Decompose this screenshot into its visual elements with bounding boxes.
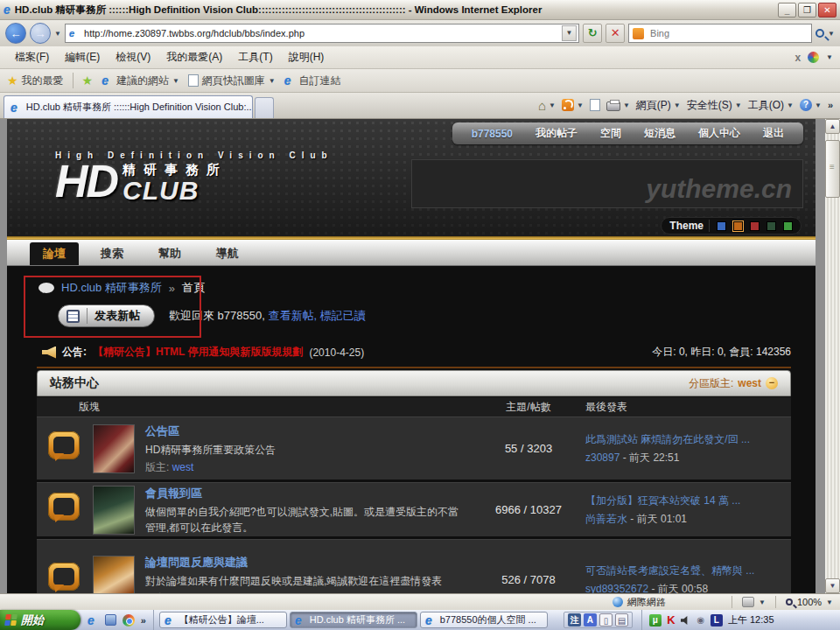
menu-edit[interactable]: 編輯(E) bbox=[57, 47, 108, 67]
usernav-logout-link[interactable]: 退出 bbox=[763, 126, 784, 141]
scroll-up-button[interactable]: ▲ bbox=[825, 119, 840, 134]
custom-links-button[interactable]: e 自訂連結 bbox=[284, 74, 341, 88]
forum-avatar[interactable] bbox=[93, 556, 135, 594]
menu-tools[interactable]: 工具(T) bbox=[230, 47, 280, 67]
last-post-user-link[interactable]: z30897 bbox=[585, 452, 620, 464]
restore-button[interactable]: ❐ bbox=[798, 3, 816, 18]
suggested-sites-button[interactable]: e 建議的網站 ▼ bbox=[102, 74, 179, 88]
scroll-thumb[interactable] bbox=[825, 140, 840, 198]
menu-file[interactable]: 檔案(F) bbox=[7, 47, 57, 67]
tab-help[interactable]: 幫助 bbox=[145, 242, 194, 265]
history-dropdown-icon[interactable]: ▼ bbox=[54, 30, 61, 38]
status-dropdown-icon[interactable]: ▼ bbox=[759, 598, 766, 606]
new-tab-button[interactable] bbox=[255, 97, 274, 118]
task-window-hdclub-active[interactable]: eHD.club 精研事務所 ... bbox=[290, 612, 417, 628]
collapse-section-icon[interactable]: − bbox=[766, 377, 778, 389]
search-input[interactable] bbox=[648, 27, 808, 39]
scroll-down-button[interactable]: ▼ bbox=[825, 578, 840, 593]
menu-view[interactable]: 檢視(V) bbox=[108, 47, 158, 67]
zoom-dropdown-icon[interactable]: ▼ bbox=[826, 598, 833, 606]
site-logo[interactable]: High Definition Vision Club HD 精研事務所 CLU… bbox=[55, 150, 333, 202]
theme-swatch-blue[interactable] bbox=[717, 221, 726, 231]
announcement-link[interactable]: 【精研公告】HTML 停用通知與新版版規規劃 bbox=[93, 345, 303, 360]
tools-menu-button[interactable]: 工具(O)▼ bbox=[748, 98, 794, 113]
usernav-username-link[interactable]: b778550 bbox=[472, 128, 513, 140]
taskbar-clock[interactable]: 上午 12:35 bbox=[728, 613, 774, 626]
quicklaunch-ie-icon[interactable]: e bbox=[88, 614, 94, 626]
view-new-posts-link[interactable]: 查看新帖, bbox=[268, 309, 317, 322]
zoom-level[interactable]: 100% bbox=[797, 597, 822, 607]
toolbar-close-icon[interactable]: x bbox=[794, 52, 801, 64]
last-post-link[interactable]: 可否請站長考慮設定名聲、精幣與 ... bbox=[585, 562, 791, 579]
last-post-link[interactable]: 【加分版】狂賀本站突破 14 萬 ... bbox=[585, 492, 791, 509]
quicklaunch-overflow-icon[interactable]: » bbox=[141, 615, 146, 626]
addon-orb-icon[interactable] bbox=[808, 52, 819, 63]
quicklaunch-app-icon[interactable] bbox=[105, 614, 116, 626]
ime-panel-icon[interactable]: ▯ bbox=[599, 613, 612, 626]
mark-read-link[interactable]: 標記已讀 bbox=[320, 309, 366, 322]
address-field[interactable]: e ▼ bbox=[65, 24, 579, 43]
page-menu-button[interactable]: 網頁(P)▼ bbox=[636, 98, 681, 113]
search-options-dropdown-icon[interactable]: ▼ bbox=[828, 30, 835, 38]
usernav-user-center-link[interactable]: 個人中心 bbox=[698, 126, 740, 141]
menu-favorites[interactable]: 我的最愛(A) bbox=[158, 47, 230, 67]
addon-dropdown-icon[interactable]: ▼ bbox=[826, 53, 833, 61]
mail-icon[interactable] bbox=[590, 99, 600, 111]
browser-tab[interactable]: e HD.club 精研事務所 ::::::High Definition Vi… bbox=[4, 95, 253, 118]
home-button[interactable]: ⌂▼ bbox=[538, 98, 556, 113]
protected-mode-icon[interactable] bbox=[742, 597, 754, 607]
vertical-scrollbar[interactable]: ▲ ▼ bbox=[825, 119, 840, 593]
moderator-link[interactable]: west bbox=[172, 461, 194, 473]
commandbar-overflow-icon[interactable]: » bbox=[828, 100, 833, 110]
print-button[interactable]: ▼ bbox=[606, 99, 630, 111]
last-post-user-link[interactable]: syd89352672 bbox=[585, 583, 648, 594]
usernav-messages-link[interactable]: 短消息 bbox=[644, 126, 676, 141]
quicklaunch-chrome-icon[interactable] bbox=[122, 614, 135, 626]
last-post-link[interactable]: 此爲測試站 麻煩請勿在此發文/回 ... bbox=[585, 430, 791, 448]
address-dropdown-button[interactable]: ▼ bbox=[562, 25, 577, 41]
tray-misc-icon[interactable]: ◉ bbox=[695, 614, 707, 626]
tray-app-icon[interactable]: L bbox=[710, 614, 723, 626]
close-button[interactable]: ✕ bbox=[818, 3, 836, 18]
forum-avatar[interactable] bbox=[93, 486, 135, 535]
antivirus-tray-icon[interactable]: K bbox=[665, 614, 677, 626]
theme-swatch-red[interactable] bbox=[750, 221, 760, 231]
web-slices-button[interactable]: 網頁快訊圖庫 ▼ bbox=[188, 74, 276, 88]
tab-navigation[interactable]: 導航 bbox=[203, 242, 252, 265]
stop-button[interactable]: ✕ bbox=[606, 24, 625, 43]
feeds-button[interactable]: ▼ bbox=[562, 99, 584, 111]
ime-toolbar-icon[interactable]: ▤ bbox=[615, 613, 628, 626]
refresh-button[interactable]: ↻ bbox=[583, 24, 602, 43]
forum-title-link[interactable]: 公告區 bbox=[145, 424, 179, 438]
search-button-icon[interactable] bbox=[816, 29, 824, 38]
search-box[interactable] bbox=[628, 24, 812, 43]
usernav-my-posts-link[interactable]: 我的帖子 bbox=[536, 126, 578, 141]
utorrent-tray-icon[interactable]: μ bbox=[649, 614, 662, 626]
tab-search[interactable]: 搜索 bbox=[88, 242, 136, 265]
theme-swatch-darkgreen[interactable] bbox=[766, 221, 776, 231]
forum-avatar[interactable] bbox=[93, 424, 135, 473]
forward-button[interactable]: → bbox=[30, 23, 51, 44]
usernav-space-link[interactable]: 空間 bbox=[600, 126, 621, 141]
address-input[interactable] bbox=[82, 25, 558, 41]
theme-swatch-green[interactable] bbox=[783, 221, 793, 231]
start-button[interactable]: 開始 bbox=[0, 610, 80, 630]
theme-swatch-orange-selected[interactable] bbox=[733, 221, 743, 231]
back-button[interactable]: ← bbox=[5, 23, 26, 44]
forum-title-link[interactable]: 論壇問題反應與建議 bbox=[145, 556, 248, 569]
section-moderator-link[interactable]: west bbox=[738, 377, 761, 389]
help-button[interactable]: ?▼ bbox=[800, 99, 822, 111]
ime-mode-icon[interactable]: 注 bbox=[568, 613, 581, 626]
task-window-personal-space[interactable]: eb778550的個人空間 ... bbox=[420, 612, 548, 628]
tab-forum[interactable]: 論壇 bbox=[30, 242, 79, 265]
menu-help[interactable]: 說明(H) bbox=[281, 47, 332, 67]
minimize-button[interactable]: _ bbox=[778, 3, 796, 18]
favorites-button[interactable]: ★ 我的最愛 bbox=[7, 74, 64, 88]
add-favorite-icon[interactable]: ★ bbox=[82, 74, 94, 88]
ad-banner[interactable]: yutheme.cn bbox=[411, 159, 803, 208]
safety-menu-button[interactable]: 安全性(S)▼ bbox=[687, 98, 742, 113]
ime-alpha-icon[interactable]: A bbox=[584, 613, 597, 626]
task-window-announcement[interactable]: e【精研公告】論壇... bbox=[159, 612, 287, 628]
volume-icon[interactable] bbox=[681, 615, 691, 626]
forum-title-link[interactable]: 會員報到區 bbox=[145, 486, 202, 500]
